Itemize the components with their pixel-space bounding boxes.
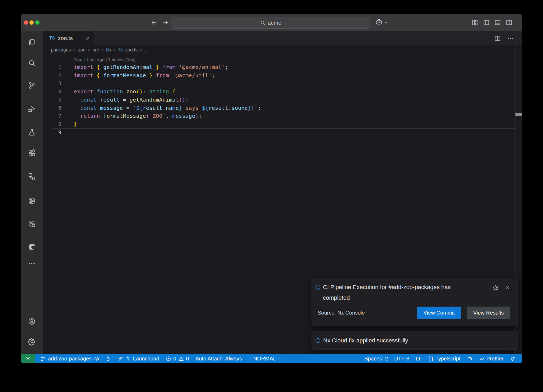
activity-item-nx-console[interactable] bbox=[25, 170, 38, 183]
status-label: Auto Attach: Always bbox=[195, 356, 242, 362]
chevron-down-icon bbox=[384, 20, 388, 25]
code-line-7[interactable]: 7 return formatMessage('ZOO', message); bbox=[43, 112, 515, 120]
activity-item-more-views[interactable] bbox=[25, 257, 38, 270]
code-line-2[interactable]: 2import { formatMessage } from '@acme/ut… bbox=[43, 71, 515, 80]
back-arrow-icon[interactable] bbox=[150, 19, 157, 26]
status-notifications-bell[interactable] bbox=[507, 354, 519, 363]
status-git-branch[interactable]: add-zoo-packages bbox=[37, 354, 103, 363]
tab-zoo-ts[interactable]: TS zoo.ts bbox=[43, 31, 94, 45]
status-indentation[interactable]: Spaces: 2 bbox=[361, 354, 391, 363]
code-line-4[interactable]: 4export function zoo(): string { bbox=[43, 88, 515, 96]
rocket-icon bbox=[118, 356, 123, 361]
breadcrumb-overflow[interactable]: ... bbox=[145, 47, 149, 53]
line-number: 4 bbox=[43, 88, 62, 96]
code-line-5[interactable]: 5 const result = getRandomAnimal(); bbox=[43, 96, 515, 104]
more-actions-icon[interactable] bbox=[507, 35, 514, 42]
code-text: import { formatMessage } from '@acme/uti… bbox=[74, 71, 215, 80]
breadcrumb-lib[interactable]: lib bbox=[106, 47, 111, 53]
activity-item-search[interactable] bbox=[25, 57, 38, 69]
overview-ruler-cursor-mark bbox=[515, 113, 522, 116]
indent-guide bbox=[74, 96, 74, 120]
warning-icon bbox=[178, 356, 184, 361]
status-label: 0 bbox=[186, 356, 189, 362]
panel-left-icon[interactable] bbox=[483, 19, 490, 26]
split-editor-icon[interactable] bbox=[494, 35, 501, 42]
notification-message: Nx Cloud fix applied successfully bbox=[323, 337, 408, 344]
current-line-highlight bbox=[52, 128, 515, 137]
status-eol[interactable]: LF bbox=[413, 354, 425, 363]
status-label: UTF-8 bbox=[394, 356, 409, 362]
activity-item-extensions[interactable] bbox=[25, 147, 38, 159]
layout-customize-icon[interactable] bbox=[471, 19, 478, 26]
breadcrumb: packages>zoo>src>lib>TSzoo.ts>... bbox=[51, 45, 149, 55]
activity-item-edge-browser[interactable] bbox=[25, 241, 38, 253]
panel-right-icon[interactable] bbox=[506, 19, 513, 26]
activity-item-accounts[interactable] bbox=[25, 315, 38, 328]
check-all-icon bbox=[479, 356, 484, 361]
status-copilot[interactable] bbox=[464, 354, 476, 363]
activity-item-source-control[interactable] bbox=[25, 79, 38, 92]
code-line-6[interactable]: 6 const message = `${result.name} says $… bbox=[43, 104, 515, 112]
line-number: 2 bbox=[43, 71, 62, 80]
activity-item-explorer[interactable] bbox=[25, 36, 38, 49]
breadcrumb-packages[interactable]: packages bbox=[51, 47, 71, 53]
breadcrumb-file[interactable]: zoo.ts bbox=[125, 47, 138, 53]
plug-icon bbox=[125, 356, 131, 361]
close-window-button[interactable] bbox=[24, 20, 28, 25]
breadcrumb-separator: > bbox=[101, 47, 104, 52]
activity-item-testing[interactable] bbox=[25, 126, 38, 139]
ellipsis-icon bbox=[28, 259, 36, 267]
code-line-1[interactable]: 1import { getRandomAnimal } from '@acme/… bbox=[43, 63, 515, 71]
copilot-menu-button[interactable] bbox=[375, 18, 388, 26]
search-icon bbox=[260, 20, 265, 25]
code-text: const message = `${result.name} says ${r… bbox=[74, 104, 261, 112]
panel-bottom-icon[interactable] bbox=[494, 19, 501, 26]
status-launchpad[interactable]: Launchpad bbox=[115, 354, 163, 363]
status-label: -- NORMAL -- bbox=[248, 356, 281, 362]
code-line-3[interactable]: 3 bbox=[43, 79, 515, 88]
info-icon bbox=[315, 284, 321, 290]
activity-item-nx-cloud[interactable] bbox=[25, 217, 38, 230]
status-formatter[interactable]: Prettier bbox=[476, 354, 507, 363]
code-text: } bbox=[74, 120, 77, 128]
line-number: 8 bbox=[43, 120, 62, 128]
view-results-button[interactable]: View Results bbox=[467, 307, 510, 319]
line-number: 5 bbox=[43, 96, 62, 104]
status-language[interactable]: { }TypeScript bbox=[425, 354, 463, 363]
status-remote-indicator[interactable] bbox=[21, 354, 35, 363]
command-center-text: acme bbox=[268, 20, 281, 26]
command-center-search[interactable]: acme bbox=[172, 17, 370, 29]
activity-item-run-and-debug[interactable] bbox=[25, 103, 38, 115]
status-auto-attach[interactable]: Auto Attach: Always bbox=[192, 354, 245, 363]
testing-icon bbox=[28, 128, 36, 136]
tab-title: zoo.ts bbox=[58, 35, 73, 41]
tab-bar: TS zoo.ts bbox=[43, 31, 522, 45]
cloud-upload-icon bbox=[94, 356, 99, 361]
status-git-graph[interactable] bbox=[103, 354, 115, 363]
activity-item-nx-project-graph[interactable] bbox=[25, 194, 38, 207]
debug-icon bbox=[28, 105, 36, 113]
activity-item-settings[interactable] bbox=[25, 335, 38, 348]
status-label: Prettier bbox=[487, 356, 503, 362]
notification-settings-icon[interactable] bbox=[493, 285, 499, 290]
breadcrumb-zoo[interactable]: zoo bbox=[78, 47, 85, 53]
code-line-8[interactable]: 8} bbox=[43, 120, 515, 128]
status-problems[interactable]: 00 bbox=[163, 354, 192, 363]
typescript-file-icon: TS bbox=[49, 36, 55, 41]
line-number: 7 bbox=[43, 112, 62, 120]
status-vim-mode[interactable]: -- NORMAL -- bbox=[245, 354, 284, 363]
git-graph-icon bbox=[106, 356, 111, 361]
status-label: add-zoo-packages bbox=[48, 356, 92, 362]
close-tab-icon[interactable] bbox=[85, 36, 90, 41]
notification-nx-cloud-fix: Nx Cloud fix applied successfully bbox=[312, 332, 518, 350]
breadcrumb-src[interactable]: src bbox=[93, 47, 99, 53]
minimize-window-button[interactable] bbox=[29, 20, 34, 25]
forward-arrow-icon[interactable] bbox=[162, 19, 169, 26]
view-commit-button[interactable]: View Commit bbox=[417, 307, 461, 319]
info-icon bbox=[315, 338, 321, 343]
status-encoding[interactable]: UTF-8 bbox=[391, 354, 413, 363]
notification-close-icon[interactable] bbox=[504, 285, 510, 290]
breadcrumb-separator: > bbox=[140, 47, 142, 52]
zoom-window-button[interactable] bbox=[35, 20, 40, 25]
settings-gear-icon bbox=[28, 338, 36, 346]
